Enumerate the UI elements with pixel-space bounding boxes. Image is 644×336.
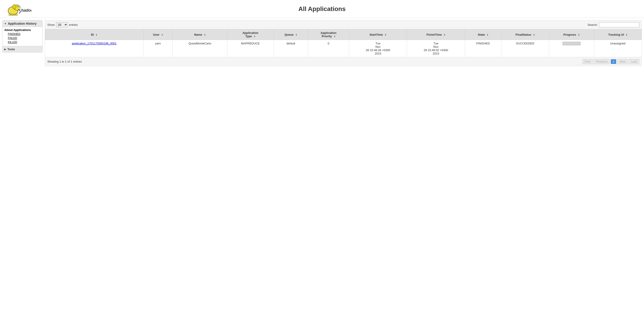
cell-id: application_1701175565199_0001 [45, 40, 144, 57]
next-button[interactable]: Next [617, 59, 628, 64]
progress-bar [562, 42, 580, 45]
sidebar: ▼ Application History About Applications… [2, 20, 42, 52]
tools-arrow: ▶ [4, 48, 6, 50]
finished-link[interactable]: FINISHED [8, 32, 40, 36]
svg-point-3 [18, 6, 18, 7]
svg-text:hadoop: hadoop [21, 8, 32, 12]
cell-tracking-ui: Unassigned [594, 40, 642, 57]
search-input[interactable] [599, 22, 639, 27]
svg-rect-7 [16, 14, 17, 16]
table-header-row: ID ⇕ User ⇕ Name ⇕ ApplicationType ⇕ Que… [45, 30, 642, 40]
col-progress[interactable]: Progress ⇕ [549, 30, 594, 40]
applications-table: ID ⇕ User ⇕ Name ⇕ ApplicationType ⇕ Que… [45, 29, 642, 57]
col-tracking-ui[interactable]: Tracking UI ⇕ [594, 30, 642, 40]
col-start-time[interactable]: StartTime ⇕ [349, 30, 407, 40]
cell-user: yarn [143, 40, 172, 57]
sidebar-collapse-arrow: ▼ [4, 22, 6, 25]
sub-links: FINISHED FAILED KILLED [4, 32, 40, 44]
sidebar-content: About Applications FINISHED FAILED KILLE… [2, 27, 42, 46]
svg-point-2 [12, 4, 16, 9]
page-number: 1 [611, 59, 616, 64]
table-footer: Showing 1 to 1 of 1 entries First Previo… [45, 57, 642, 66]
last-button[interactable]: Last [629, 59, 639, 64]
cell-final_status: SUCCEEDED [502, 40, 549, 57]
sidebar-app-history-header[interactable]: ▼ Application History [2, 20, 42, 27]
search-area: Search: [588, 22, 639, 27]
svg-rect-5 [11, 14, 13, 16]
cell-state: FINISHED [465, 40, 502, 57]
tools-label: Tools [8, 48, 15, 51]
col-queue[interactable]: Queue ⇕ [274, 30, 308, 40]
entries-select[interactable]: 10 20 50 100 [56, 22, 68, 27]
failed-link[interactable]: FAILED [8, 36, 40, 40]
table-controls: Show 10 20 50 100 entries Search: [45, 20, 642, 29]
cell-finish-time: TueNov28 15:49:02 +03002023 [407, 40, 465, 57]
show-label: Show [47, 23, 55, 26]
cell-queue: default [274, 40, 308, 57]
col-finish-time[interactable]: FinishTime ⇕ [407, 30, 465, 40]
col-state[interactable]: State ⇕ [465, 30, 502, 40]
svg-rect-4 [9, 14, 10, 16]
pagination: First Previous 1 Next Last [582, 59, 639, 64]
col-user[interactable]: User ⇕ [143, 30, 172, 40]
about-applications-link[interactable]: About Applications [4, 28, 40, 32]
logo-area: hadoop [4, 2, 32, 16]
killed-link[interactable]: KILLED [8, 40, 40, 44]
table-body: application_1701175565199_0001yarnQuasiM… [45, 40, 642, 57]
show-entries: Show 10 20 50 100 entries [47, 22, 78, 27]
showing-text: Showing 1 to 1 of 1 entries [47, 60, 82, 63]
main-content: Show 10 20 50 100 entries Search: ID ⇕ U… [45, 20, 642, 66]
table-row: application_1701175565199_0001yarnQuasiM… [45, 40, 642, 57]
sidebar-app-history-label: Application History [8, 22, 36, 25]
col-app-priority[interactable]: ApplicationPriority ⇕ [308, 30, 349, 40]
col-id[interactable]: ID ⇕ [45, 30, 144, 40]
previous-button[interactable]: Previous [594, 59, 610, 64]
entries-label: entries [69, 23, 78, 26]
col-name[interactable]: Name ⇕ [173, 30, 227, 40]
svg-rect-6 [14, 14, 15, 16]
app-id-link[interactable]: application_1701175565199_0001 [72, 42, 116, 45]
cell-progress [549, 40, 594, 57]
cell-app_type: MAPREDUCE [227, 40, 274, 57]
tools-section[interactable]: ▶ Tools [2, 46, 42, 52]
col-final-status[interactable]: FinalStatus ⇕ [502, 30, 549, 40]
cell-app_priority: 0 [308, 40, 349, 57]
cell-name: QuasiMonteCarlo [173, 40, 227, 57]
cell-start-time: TueNov28 15:48:28 +03002023 [349, 40, 407, 57]
page-title: All Applications [298, 6, 346, 12]
col-app-type[interactable]: ApplicationType ⇕ [227, 30, 274, 40]
first-button[interactable]: First [582, 59, 593, 64]
search-label: Search: [588, 23, 598, 26]
